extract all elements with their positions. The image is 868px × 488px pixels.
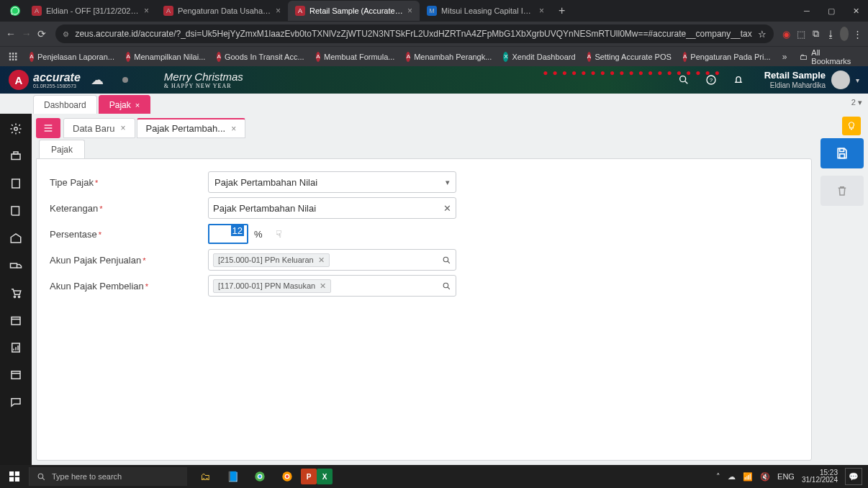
delete-button[interactable] [820,176,864,206]
language-indicator[interactable]: ENG [777,472,795,481]
lookup-akun-pembelian[interactable]: [117.000-01] PPN Masukan ✕ [208,275,456,297]
bookmark-item[interactable]: AMenampilkan Nilai... [122,52,209,62]
minimize-button[interactable]: ─ [795,0,819,22]
extension-icon[interactable]: ⧉ [810,24,823,43]
close-button[interactable]: ✕ [844,0,868,22]
bookmark-label: Setting Accurate POS [595,53,671,61]
address-bar[interactable]: ⚙ zeus.accurate.id/accurate/?_dsi=Uk5Hej… [55,24,773,43]
bookmark-item[interactable]: APengaturan Pada Pri... [679,52,775,62]
svg-rect-2 [15,53,17,54]
excel-icon[interactable]: X [317,469,333,484]
tab-pajak[interactable]: Pajak × [99,95,150,114]
forward-button[interactable]: → [20,24,33,44]
inner-tab-pajak[interactable]: Pajak [39,140,85,158]
whatsapp-icon[interactable] [10,6,20,16]
close-icon[interactable]: × [231,124,236,134]
select-tipe-pajak[interactable]: Pajak Pertambahan Nilai ▾ [208,171,456,193]
ledger-icon[interactable] [5,364,27,386]
warehouse-icon[interactable] [5,227,27,249]
taskbar-search[interactable]: Type here to search [29,467,187,486]
downloads-icon[interactable]: ⭳ [825,24,837,43]
extension-icon[interactable]: ⬚ [795,24,808,43]
truck-icon[interactable] [5,255,27,276]
svg-line-34 [448,261,450,263]
close-icon[interactable]: × [276,6,281,16]
list-view-button[interactable] [36,118,60,138]
browser-tab-active[interactable]: A Retail Sample (Accurate Online) × [288,1,420,21]
new-tab-button[interactable]: + [551,4,572,17]
box-icon[interactable] [5,309,27,331]
logo-badge-icon: A [9,70,29,90]
book-icon[interactable] [5,200,27,222]
all-bookmarks-label: All Bookmarks [811,48,858,65]
bookmark-item[interactable]: APenjelasan Laporan... [25,52,119,62]
back-button[interactable]: ← [4,24,17,44]
browser-tab[interactable]: A Pengaturan Data Usaha ACCUR × [156,1,288,21]
chip-remove-icon[interactable]: ✕ [320,281,326,291]
site-info-icon[interactable]: ⚙ [63,30,69,38]
chrome-beta-icon[interactable] [273,465,301,488]
onedrive-icon[interactable]: ☁ [728,472,736,482]
lookup-akun-penjualan[interactable]: [215.000-01] PPn Keluaran ✕ [208,249,456,271]
powerpoint-icon[interactable]: P [301,469,317,484]
tab-data-baru[interactable]: Data Baru × [63,118,135,138]
maximize-button[interactable]: ▢ [819,0,844,22]
input-keterangan[interactable]: ✕ [208,197,456,219]
tab-dashboard[interactable]: Dashboard [33,95,97,114]
extension-icon[interactable]: ◉ [781,24,793,43]
notification-center-icon[interactable]: 💬 [845,468,862,485]
close-icon[interactable]: × [407,6,412,16]
close-icon[interactable]: × [135,101,140,109]
tab-pajak-pertambah[interactable]: Pajak Pertambah... × [137,118,246,138]
user-menu[interactable]: Retail Sample Eldian Mahardika ▾ [757,71,859,89]
bookmark-item[interactable]: AMenambah Perangk... [402,52,496,62]
chat-icon[interactable] [5,392,27,413]
notes-icon[interactable]: 📘 [219,465,246,488]
bookmarks-overflow-icon[interactable]: » [778,52,792,62]
menu-icon[interactable]: ⋮ [851,24,864,43]
gear-icon[interactable] [5,118,27,140]
profile-icon[interactable] [840,27,849,41]
apps-icon[interactable] [4,52,22,62]
bell-icon[interactable] [730,71,747,89]
keterangan-field[interactable] [213,203,443,214]
bookmark-item[interactable]: XXendit Dashboard [499,52,579,62]
search-icon[interactable] [442,256,451,265]
report-icon[interactable] [5,337,27,358]
bookmark-item[interactable]: AGoods In Transit Acc... [212,52,308,62]
chip-remove-icon[interactable]: ✕ [318,256,325,265]
chrome-icon[interactable] [246,465,273,488]
browser-tab[interactable]: M Mitsui Leasing Capital Indones × [420,1,551,21]
volume-icon[interactable]: 🔇 [760,472,770,482]
tab-counter[interactable]: 2 ▾ [851,98,862,107]
clear-icon[interactable]: ✕ [443,203,451,214]
browser-tab[interactable]: A Eldian - OFF [31/12/2024] | #86 × [24,1,156,21]
favicon-icon: A [316,52,320,62]
cash-register-icon[interactable] [5,145,27,167]
svg-rect-42 [15,477,19,482]
all-bookmarks-button[interactable]: 🗀 All Bookmarks [794,48,864,65]
tips-button[interactable] [842,117,861,135]
reload-button[interactable]: ⟳ [36,24,49,44]
save-button[interactable] [820,138,864,168]
building-icon[interactable] [5,173,27,194]
bookmark-item[interactable]: AMembuat Formula... [312,52,399,62]
cart-icon[interactable] [5,282,27,304]
svg-rect-4 [12,55,14,57]
app-logo[interactable]: A accurate 01.0R255-1580573 ☁ [9,70,128,90]
close-icon[interactable]: × [144,6,149,16]
close-icon[interactable]: × [121,123,126,133]
start-button[interactable] [0,471,29,482]
search-icon[interactable] [442,281,451,291]
label-keterangan: Keterangan* [50,203,208,214]
svg-rect-3 [9,55,11,57]
required-mark: * [145,282,148,291]
input-persentase[interactable]: 12 [208,224,248,244]
bookmark-item[interactable]: ASetting Accurate POS [583,52,676,62]
close-icon[interactable]: × [539,6,544,16]
taskbar-clock[interactable]: 15:23 31/12/2024 [802,469,838,484]
file-explorer-icon[interactable]: 🗂 [191,465,219,488]
tray-chevron-icon[interactable]: ˄ [716,472,720,482]
bookmark-star-icon[interactable]: ☆ [758,29,767,40]
wifi-icon[interactable]: 📶 [743,472,753,482]
